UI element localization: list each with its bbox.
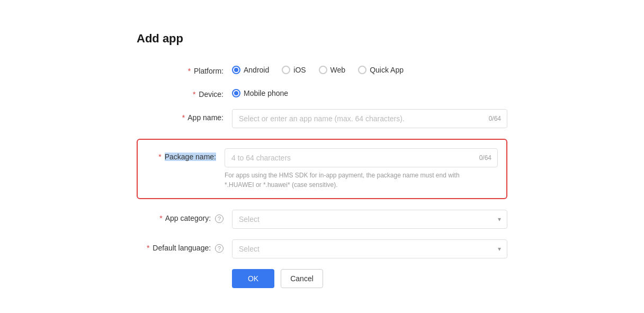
- package-name-label-container: * Package name:: [146, 148, 225, 161]
- app-category-content: Select ▾: [232, 210, 507, 229]
- package-name-hint: For apps using the HMS SDK for in-app pa…: [225, 171, 498, 190]
- default-language-select-wrapper: Select ▾: [232, 239, 507, 258]
- default-language-help-icon[interactable]: ?: [215, 244, 223, 253]
- device-mobile-label: Mobile phone: [244, 89, 288, 97]
- platform-row: * Platform: Android iOS Web Qu: [137, 62, 507, 75]
- platform-options: Android iOS Web Quick App: [232, 62, 507, 74]
- platform-web-label: Web: [330, 66, 346, 74]
- radio-quickapp-circle: [358, 66, 366, 74]
- platform-label: * Platform:: [137, 62, 232, 75]
- app-category-row: * App category: ? Select ▾: [137, 210, 507, 229]
- device-row: * Device: Mobile phone: [137, 86, 507, 99]
- platform-web[interactable]: Web: [319, 66, 346, 74]
- radio-mobile-circle: [232, 89, 240, 97]
- app-category-select-wrapper: Select ▾: [232, 210, 507, 229]
- app-category-label: * App category: ?: [137, 210, 232, 223]
- app-name-input[interactable]: [232, 109, 507, 128]
- platform-radio-group: Android iOS Web Quick App: [232, 62, 507, 74]
- default-language-row: * Default language: ? Select ▾: [137, 239, 507, 258]
- app-name-input-wrapper: 0/64: [232, 109, 507, 128]
- device-label: * Device:: [137, 86, 232, 99]
- page-title: Add app: [137, 32, 507, 46]
- platform-quickapp-label: Quick App: [370, 66, 404, 74]
- app-name-content: 0/64: [232, 109, 507, 128]
- app-name-row: * App name: 0/64: [137, 109, 507, 128]
- package-name-input-wrapper: 0/64: [225, 148, 498, 167]
- radio-web-circle: [319, 66, 327, 74]
- platform-quickapp[interactable]: Quick App: [358, 66, 404, 74]
- app-category-help-icon[interactable]: ?: [215, 214, 223, 223]
- add-app-container: Add app * Platform: Android iOS Web: [137, 32, 507, 288]
- package-name-content: 0/64 For apps using the HMS SDK for in-a…: [225, 148, 498, 190]
- platform-android-label: Android: [244, 66, 269, 74]
- platform-ios-label: iOS: [293, 66, 306, 74]
- package-name-section: * Package name: 0/64 For apps using the …: [137, 139, 507, 199]
- package-name-label: Package name:: [165, 153, 216, 161]
- default-language-content: Select ▾: [232, 239, 507, 258]
- button-row: OK Cancel: [137, 269, 507, 288]
- app-category-select[interactable]: Select: [232, 210, 507, 229]
- ok-button[interactable]: OK: [232, 269, 274, 288]
- default-language-select[interactable]: Select: [232, 239, 507, 258]
- platform-android[interactable]: Android: [232, 66, 269, 74]
- device-mobile[interactable]: Mobile phone: [232, 89, 288, 97]
- package-name-input[interactable]: [225, 148, 498, 167]
- package-name-inner: * Package name: 0/64 For apps using the …: [146, 148, 498, 190]
- radio-ios-circle: [282, 66, 290, 74]
- cancel-button[interactable]: Cancel: [281, 269, 323, 288]
- default-language-label: * Default language: ?: [137, 239, 232, 253]
- app-name-label: * App name:: [137, 109, 232, 122]
- platform-ios[interactable]: iOS: [282, 66, 306, 74]
- device-options: Mobile phone: [232, 86, 507, 97]
- device-radio-group: Mobile phone: [232, 86, 507, 97]
- radio-android-circle: [232, 66, 240, 74]
